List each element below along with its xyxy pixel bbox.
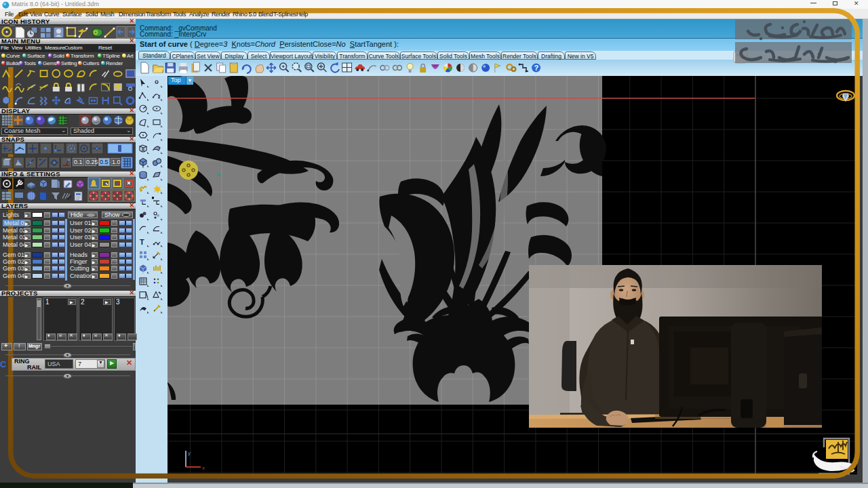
svg-text:?: ? [534, 64, 539, 72]
svg-text:T: T [140, 238, 144, 246]
